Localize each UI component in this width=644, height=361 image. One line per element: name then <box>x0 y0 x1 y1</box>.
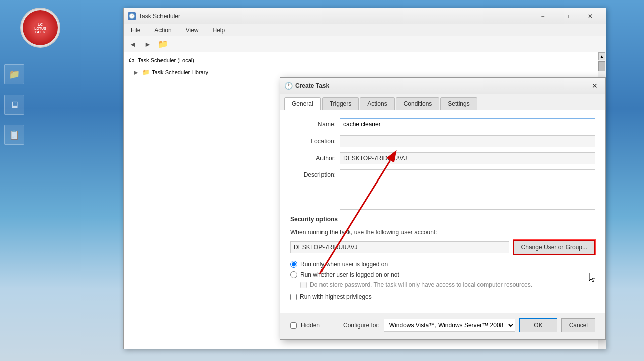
run-highest-row: Run with highest privileges <box>290 293 595 300</box>
no-store-password-checkbox[interactable] <box>300 282 307 288</box>
security-options-header: Security options <box>290 216 595 225</box>
tab-triggers[interactable]: Triggers <box>322 97 359 110</box>
menu-file[interactable]: File <box>128 26 143 35</box>
radio-not-logged-on-label: Run whether user is logged on or not <box>300 271 399 278</box>
logo: LC LOTUS GEEK <box>20 8 60 48</box>
user-account-row: DESKTOP-7RIDUIU\VJ Change User or Group.… <box>290 240 595 255</box>
task-scheduler-title: Task Scheduler <box>139 13 531 20</box>
menu-view[interactable]: View <box>183 26 202 35</box>
dialog-buttons: OK Cancel <box>519 318 595 332</box>
name-input[interactable] <box>340 118 595 130</box>
no-store-password-label: Do not store password. The task will onl… <box>310 281 532 288</box>
logo-lc: LC <box>38 22 43 27</box>
description-label: Description: <box>290 171 336 178</box>
tab-settings[interactable]: Settings <box>440 97 477 110</box>
menu-help[interactable]: Help <box>210 26 228 35</box>
sidebar-item-task-scheduler[interactable]: 🗂 Task Scheduler (Local) <box>124 54 234 66</box>
sidebar-icon-2: 📁 <box>142 68 150 76</box>
location-row: Location: <box>290 135 595 147</box>
clock-icon: 🕐 <box>129 13 135 19</box>
author-value: DESKTOP-7RIDUIU\VJ <box>340 152 595 164</box>
sidebar-label-2: Task Scheduler Library <box>152 69 208 75</box>
radio-not-logged-on[interactable] <box>290 271 297 278</box>
description-row: Description: <box>290 169 595 210</box>
logo-geek: GEEK <box>35 30 45 34</box>
sidebar-icon-1: 🗂 <box>128 56 136 64</box>
dialog-content: Name: Location: Author: DE <box>280 110 605 313</box>
window-controls: − □ ✕ <box>531 9 602 24</box>
configure-for-select[interactable]: Windows Vista™, Windows Server™ 2008Wind… <box>384 319 515 332</box>
dialog-icon: 🕐 <box>284 82 292 90</box>
radio-logged-on[interactable] <box>290 261 297 268</box>
desktop-icon-1[interactable]: 📁 <box>4 64 24 84</box>
desktop-icon-2[interactable]: 🖥 <box>4 95 24 115</box>
ok-button[interactable]: OK <box>519 318 557 332</box>
logo-inner: LC LOTUS GEEK <box>23 10 58 45</box>
tab-bar: General Triggers Actions Conditions Sett… <box>280 94 605 110</box>
dialog-close-button[interactable]: ✕ <box>588 79 601 93</box>
radio-not-logged-on-row: Run whether user is logged on or not <box>290 271 595 278</box>
desktop: LC LOTUS GEEK 📁 🖥 📋 🕐 Task Scheduler − □… <box>0 0 644 361</box>
configure-for-label: Configure for: <box>343 322 380 329</box>
sidebar-label-1: Task Scheduler (Local) <box>138 57 194 63</box>
user-account-text: DESKTOP-7RIDUIU\VJ <box>290 241 509 253</box>
task-scheduler-main: uter... uration ► ▲ 🕐 Create Task <box>234 52 606 349</box>
minimize-button[interactable]: − <box>531 9 554 24</box>
back-button[interactable]: ◄ <box>126 38 140 51</box>
hidden-label: Hidden <box>301 322 320 329</box>
author-row: Author: DESKTOP-7RIDUIU\VJ <box>290 152 595 164</box>
dialog-bottom-row: Hidden Configure for: Windows Vista™, Wi… <box>280 313 605 339</box>
radio-logged-on-label: Run only when user is logged on <box>300 261 388 268</box>
create-task-dialog: 🕐 Create Task ✕ General Triggers Actions… <box>280 77 606 340</box>
radio-logged-on-row: Run only when user is logged on <box>290 261 595 268</box>
task-scheduler-window-icon: 🕐 <box>128 12 136 20</box>
dialog-titlebar: 🕐 Create Task ✕ <box>280 78 605 94</box>
author-label: Author: <box>290 155 336 162</box>
desktop-icons-left: 📁 🖥 📋 <box>0 60 28 149</box>
name-label: Name: <box>290 121 336 128</box>
logo-lotus: LOTUS <box>34 27 46 30</box>
sidebar-arrow: ▶ <box>134 69 138 76</box>
tab-conditions[interactable]: Conditions <box>396 97 440 110</box>
change-user-button[interactable]: Change User or Group... <box>513 240 595 255</box>
run-highest-label: Run with highest privileges <box>300 293 372 300</box>
task-scheduler-menubar: File Action View Help <box>124 24 606 36</box>
folder-button[interactable]: 📁 <box>156 38 170 51</box>
forward-button[interactable]: ► <box>141 38 155 51</box>
menu-action[interactable]: Action <box>151 26 174 35</box>
tab-actions[interactable]: Actions <box>360 97 394 110</box>
task-scheduler-body: 🗂 Task Scheduler (Local) ▶ 📁 Task Schedu… <box>124 52 606 349</box>
security-description: When running the task, use the following… <box>290 229 595 236</box>
ts-close-button[interactable]: ✕ <box>579 9 602 24</box>
maximize-button[interactable]: □ <box>555 9 578 24</box>
sidebar-item-library[interactable]: ▶ 📁 Task Scheduler Library <box>124 66 234 78</box>
desktop-icon-3[interactable]: 📋 <box>4 125 24 145</box>
task-scheduler-window: 🕐 Task Scheduler − □ ✕ File Action View … <box>123 8 606 349</box>
description-textarea[interactable] <box>340 169 595 210</box>
hidden-checkbox[interactable] <box>290 322 297 329</box>
task-scheduler-toolbar: ◄ ► 📁 <box>124 36 606 52</box>
task-scheduler-titlebar: 🕐 Task Scheduler − □ ✕ <box>124 8 606 24</box>
task-scheduler-sidebar: 🗂 Task Scheduler (Local) ▶ 📁 Task Schedu… <box>124 52 234 349</box>
cancel-button[interactable]: Cancel <box>561 318 595 332</box>
dialog-overlay: 🕐 Create Task ✕ General Triggers Actions… <box>234 52 606 349</box>
run-highest-checkbox[interactable] <box>290 294 297 300</box>
location-label: Location: <box>290 138 336 145</box>
name-row: Name: <box>290 118 595 130</box>
tab-general[interactable]: General <box>284 97 321 110</box>
no-store-password-row: Do not store password. The task will onl… <box>290 281 595 288</box>
location-value <box>340 135 595 147</box>
dialog-title: Create Task <box>295 82 588 89</box>
